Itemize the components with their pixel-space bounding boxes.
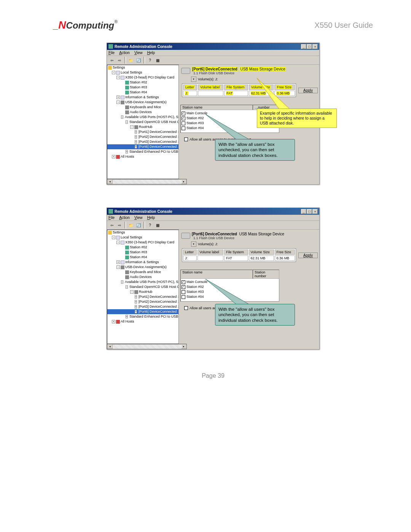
checkbox-s02[interactable]: ✓ xyxy=(182,117,185,120)
detail-panel: [Port6] DeviceConnected USB Mass Storage… xyxy=(179,65,319,179)
checkbox-s03[interactable] xyxy=(182,121,185,125)
menu-view[interactable]: View xyxy=(134,51,143,55)
tree-panel[interactable]: Settings −Local Settings −X350 (3-head) … xyxy=(107,230,179,344)
window-title: Remote Administration Console xyxy=(115,209,301,214)
station-list: ✓Main Console ✓Station #02 Station #03 S… xyxy=(180,110,279,133)
help-button[interactable]: ? xyxy=(147,57,153,64)
tree-scrollbar[interactable]: ◂▸ xyxy=(107,344,187,349)
menu-file[interactable]: File xyxy=(108,216,115,220)
col-station-number: …number xyxy=(253,105,279,110)
export-button[interactable]: ▦ xyxy=(154,57,161,64)
checkbox-main[interactable]: ✓ xyxy=(182,280,185,284)
menu-view[interactable]: View xyxy=(134,216,143,220)
help-button[interactable]: ? xyxy=(147,222,153,228)
checkbox-s04[interactable] xyxy=(182,295,185,299)
col-station-name: Station name xyxy=(180,105,253,110)
menubar[interactable]: File Action View Help xyxy=(107,50,319,56)
back-button[interactable]: ⇦ xyxy=(108,222,115,228)
minimize-button[interactable]: _ xyxy=(301,44,306,49)
drive-icon xyxy=(181,233,190,239)
tree-scrollbar[interactable]: ◂▸ xyxy=(107,179,187,184)
menu-help[interactable]: Help xyxy=(147,51,155,55)
maximize-button[interactable]: □ xyxy=(307,209,312,214)
drive-icon xyxy=(181,68,190,74)
menu-file[interactable]: File xyxy=(108,51,115,55)
window-titlebar[interactable]: Remote Administration Console _ □ × xyxy=(107,208,319,215)
checkbox-main[interactable]: ✓ xyxy=(182,112,185,115)
close-button[interactable]: × xyxy=(312,44,318,49)
admin-console-window-2: Remote Administration Console _ □ × File… xyxy=(107,208,320,350)
brand-logo: _NComputing® xyxy=(53,19,118,31)
allow-all-checkbox[interactable] xyxy=(184,137,188,141)
toolbar: ⇦ ⇨ 📁 🔄 ? ▦ xyxy=(107,56,319,65)
apply-button[interactable]: Apply xyxy=(298,252,318,258)
forward-button[interactable]: ⇨ xyxy=(116,222,123,228)
admin-console-window-1: Remote Administration Console _ □ × File… xyxy=(107,43,320,185)
app-icon xyxy=(108,44,113,49)
forward-button[interactable]: ⇨ xyxy=(116,57,123,64)
checkbox-s02[interactable]: ✓ xyxy=(182,285,185,289)
detail-panel: [Port6] DeviceConnected USB Mass Storage… xyxy=(179,230,319,344)
volume-table: Letter Volume label File System Volume S… xyxy=(182,83,296,97)
refresh-button[interactable]: 🔄 xyxy=(135,222,142,228)
volumes-dropdown[interactable]: ▾ xyxy=(191,77,196,82)
checkbox-s03[interactable] xyxy=(182,290,185,294)
allow-all-checkbox[interactable] xyxy=(184,306,188,310)
back-button[interactable]: ⇦ xyxy=(108,57,115,64)
callout-blue: With the "allow all users" box unchecked… xyxy=(215,139,295,161)
page-title: X550 User Guide xyxy=(315,21,373,30)
minimize-button[interactable]: _ xyxy=(301,209,306,214)
page-footer: Page 39 xyxy=(53,372,373,379)
station-list: ✓Main Console ✓Station #02 Station #03 S… xyxy=(180,279,279,302)
menubar[interactable]: File Action View Help xyxy=(107,215,319,220)
up-button[interactable]: 📁 xyxy=(127,57,134,64)
volume-table: LetterVolume labelFile SystemVolume Size… xyxy=(182,248,296,262)
close-button[interactable]: × xyxy=(312,209,318,214)
tree-panel[interactable]: Settings −Local Settings −X350 (3-head) … xyxy=(107,65,179,179)
refresh-button[interactable]: 🔄 xyxy=(135,57,142,64)
export-button[interactable]: ▦ xyxy=(154,222,161,228)
menu-help[interactable]: Help xyxy=(147,216,155,220)
maximize-button[interactable]: □ xyxy=(307,44,312,49)
checkbox-s04[interactable] xyxy=(182,126,185,130)
window-titlebar[interactable]: Remote Administration Console _ □ × xyxy=(107,43,319,50)
apply-button[interactable]: Apply xyxy=(298,88,318,93)
window-title: Remote Administration Console xyxy=(115,45,301,49)
menu-action[interactable]: Action xyxy=(119,51,130,55)
menu-action[interactable]: Action xyxy=(119,216,130,220)
port-label: [Port6] DeviceConnected xyxy=(192,67,238,71)
up-button[interactable]: 📁 xyxy=(127,222,134,228)
app-icon xyxy=(108,209,113,214)
volumes-dropdown[interactable]: ▾ xyxy=(191,241,196,247)
toolbar: ⇦ ⇨ 📁 🔄 ? ▦ xyxy=(107,220,319,230)
tree-selected: +[Port6] DeviceConnected : U xyxy=(107,144,178,149)
folder-icon xyxy=(108,66,112,70)
